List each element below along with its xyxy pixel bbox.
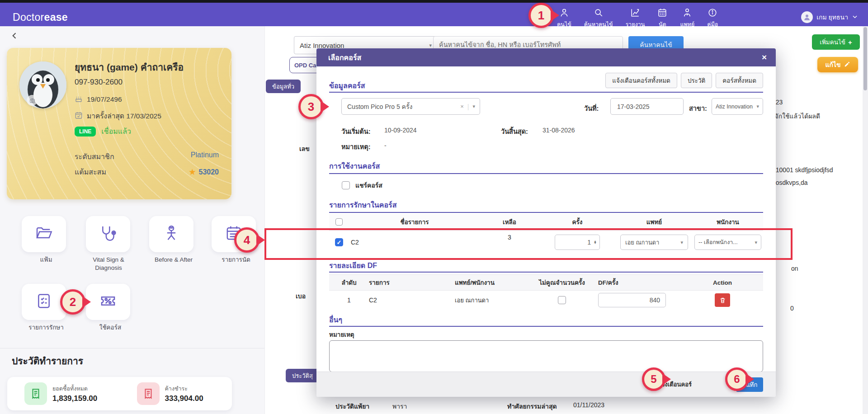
tab-general-info[interactable]: ข้อมูลทั่ว [266,80,301,93]
column-header: ชื่อรายการ [349,217,480,227]
df-person: เอย ณกานดา [450,296,533,305]
scrollbar-thumb[interactable] [863,27,867,90]
outstanding-stat: ค้างชำระ 333,904.00 [120,382,232,405]
end-date-value: 31-08-2026 [542,127,575,134]
button-label: ประวัติ [688,75,705,85]
member-level-label: ระดับสมาชิก [75,151,114,162]
button-label: แจ้งเตือนคอร์สทั้งหมด [612,75,670,85]
annotation-marker-5: 5 [642,367,665,391]
tab-health-history[interactable]: ประวัติสุ [286,369,319,382]
points-value: 53020 [199,168,219,176]
total-purchase-value: 1,839,159.00 [52,394,97,403]
checklist-icon [35,292,53,312]
add-patient-button[interactable]: เพิ่มคนไข้ + [812,34,860,50]
plus-icon: + [848,38,852,46]
nav-item-label: ค้นหาคนไข้ [584,20,613,29]
cake-icon [75,94,83,104]
df-table-header: ลำดับ รายการ แพทย์/พนักงาน ไม่คูณจำนวนคร… [329,274,763,291]
total-purchase-stat: ยอดซื้อทั้งหมด 1,839,159.00 [7,382,120,405]
course-note-value: - [384,142,387,149]
df-no-multiply-checkbox[interactable] [558,296,566,304]
body-icon [162,224,180,244]
total-purchase-label: ยอดซื้อทั้งหมด [52,384,88,393]
nav-item-label: นัด [659,20,666,29]
branch-label: สาขา: [689,103,707,113]
nav-item-label: คนไข้ [557,20,571,29]
section-underline [329,326,763,327]
tile-label: รายการนัด [202,256,270,264]
branch-select-value: Atiz Innovation [716,104,753,110]
all-courses-button[interactable]: คอร์สทั้งหมด [716,73,763,88]
tile-files[interactable] [22,216,66,252]
patient-card: ยุทธนา (game) คำถาเครือ 097-930-2600 19/… [7,48,231,199]
back-button[interactable] [10,31,19,42]
delete-df-button[interactable] [715,293,730,307]
patient-birthdate: 19/07/2496 [87,95,122,104]
share-course-checkbox[interactable] [342,181,350,189]
date-label: วันที่: [584,103,599,113]
info-icon [708,8,717,19]
tile-treatments[interactable] [22,284,66,320]
calendar-check-icon [75,111,83,121]
column-header: รายการ [369,278,450,287]
chevron-down-icon: ▾ [472,104,475,109]
annotation-marker-3: 3 [298,94,324,119]
column-header: DF/ครั้ง [591,278,682,287]
search-icon [594,8,604,19]
marker-number: 3 [308,100,314,114]
modal-note-textarea[interactable] [329,340,763,372]
modal-header: เลือกคอร์ส × [316,48,776,66]
logo-text-regular: Doctor [13,11,44,24]
tile-label: แฟ้ม [12,256,80,264]
section-underline [329,272,763,273]
notify-all-courses-button[interactable]: แจ้งเตือนคอร์สทั้งหมด [605,73,677,88]
annotation-marker-6: 6 [725,367,749,391]
history-title: ประวัติทำรายการ [12,353,83,368]
edit-button[interactable]: แก้ไข [817,57,858,72]
start-date-value: 10-09-2024 [384,127,417,134]
column-header: ไม่คูณจำนวนครั้ง [533,278,591,287]
nav-item-manual[interactable]: คู่มือ [707,8,718,29]
patient-sidebar: ยุทธนา (game) คำถาเครือ 097-930-2600 19/… [0,26,265,414]
nav-item-doctors[interactable]: แพทย์ [680,8,694,29]
opd-card-label: OPD Ca [294,62,316,69]
field-label-fragment-phone: เบอ [296,291,306,301]
surgery-label: ทำศัลยกรรมล่าสุด [507,401,557,411]
user-menu[interactable]: เกม ยุทธนา [801,5,858,29]
course-info-section-title: ข้อมูลคอร์ส [329,80,365,91]
course-select[interactable]: Custom Pico Pro 5 ครั้ง × | ▾ [341,98,480,115]
tile-before-after[interactable] [149,216,193,252]
column-header: ครั้ง [539,217,616,227]
select-all-checkbox[interactable] [335,218,343,226]
clear-icon[interactable]: × [460,103,464,110]
points-label: แต้มสะสม [75,166,106,178]
camera-icon[interactable] [27,95,38,106]
chevron-down-icon: ▾ [429,42,432,48]
add-patient-label: เพิ่มคนไข้ [820,37,845,47]
modal-action-buttons: แจ้งเตือนคอร์สทั้งหมด ประวัติ คอร์สทั้งห… [605,73,763,88]
nav-item-search-patient[interactable]: ค้นหาคนไข้ [584,8,613,29]
line-badge: LINE [75,127,96,136]
button-label: คอร์สทั้งหมด [722,75,756,85]
tab-health-label: ประวัติสุ [292,371,313,381]
tile-vital-sign[interactable] [86,216,130,252]
tile-use-course[interactable] [86,284,130,320]
date-input[interactable]: 17-03-2025 [610,98,684,115]
bg-text-fragment: posdkvps,da [772,179,808,186]
patient-last-visit: มาครั้งล่าสุด 17/03/2025 [87,110,161,122]
nav-item-reports[interactable]: รายงาน [626,8,645,29]
branch-select[interactable]: Atiz Innovation ▾ [712,98,763,115]
app-root: Doctorease คนไข้ ค้นหาคนไข้ รายงาน นัด แ… [0,0,868,414]
history-button[interactable]: ประวัติ [681,73,712,88]
start-date-label: วันเริ่มต้น: [341,126,371,136]
logo-text-bold: ease [44,11,68,24]
close-icon[interactable]: × [762,52,767,62]
app-logo: Doctorease [13,5,68,29]
branch-filter-value: Atiz Innovation [300,42,344,49]
annotation-highlight-box [264,228,793,260]
df-amount-input[interactable]: 840 [598,293,666,307]
chevron-down-icon: ▾ [756,104,759,109]
df-order: 1 [329,296,369,304]
chart-icon [630,8,640,19]
nav-item-appointments[interactable]: นัด [657,8,667,29]
